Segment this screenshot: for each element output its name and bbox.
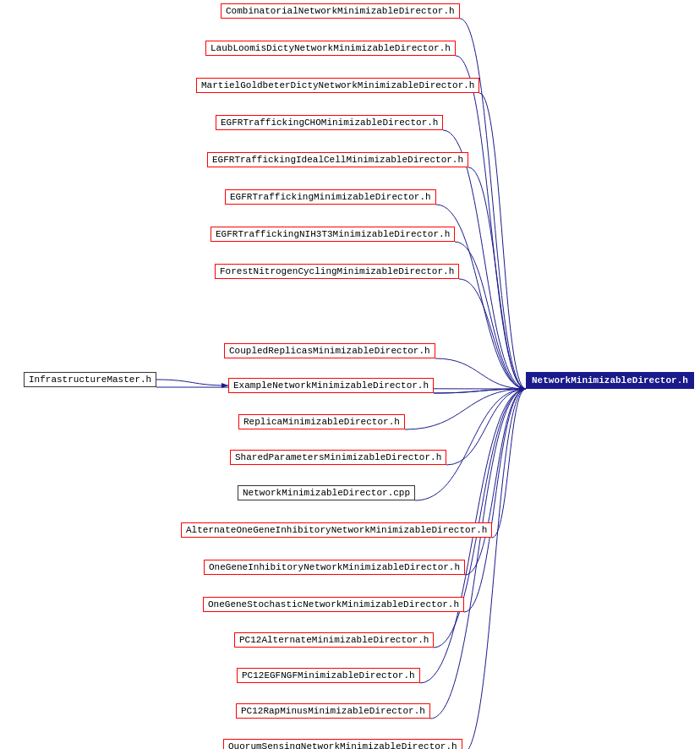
node-EGFRTraffickingNIH3T3: EGFRTraffickingNIH3T3MinimizableDirector… (211, 227, 455, 242)
node-InfrastructureMaster: InfrastructureMaster.h (24, 372, 156, 387)
node-NetworkMinimizableDirector: NetworkMinimizableDirector.h (526, 372, 694, 389)
node-ForestNitrogenCycling: ForestNitrogenCyclingMinimizableDirector… (215, 264, 459, 279)
node-OneGeneStochastic: OneGeneStochasticNetworkMinimizableDirec… (203, 597, 464, 612)
graph-container: CombinatorialNetworkMinimizableDirector.… (0, 0, 700, 749)
node-ExampleNetwork: ExampleNetworkMinimizableDirector.h (228, 378, 434, 393)
node-CombinatorialNetwork: CombinatorialNetworkMinimizableDirector.… (221, 3, 460, 19)
node-PC12Alternate: PC12AlternateMinimizableDirector.h (234, 632, 434, 648)
node-PC12RapMinus: PC12RapMinusMinimizableDirector.h (236, 703, 430, 719)
node-QuorumSensing: QuorumSensingNetworkMinimizableDirector.… (223, 739, 462, 749)
node-ReplicaMinimizable: ReplicaMinimizableDirector.h (238, 414, 405, 429)
node-MartielGoldbeter: MartielGoldbeterDictyNetworkMinimizableD… (196, 78, 479, 93)
node-SharedParameters: SharedParametersMinimizableDirector.h (230, 450, 446, 465)
node-EGFRTraffickingIdealCell: EGFRTraffickingIdealCellMinimizableDirec… (207, 152, 468, 167)
node-LaubLoomis: LaubLoomisDictyNetworkMinimizableDirecto… (205, 41, 456, 56)
node-PC12EGFNGF: PC12EGFNGFMinimizableDirector.h (237, 668, 420, 683)
node-CoupledReplicas: CoupledReplicasMinimizableDirector.h (224, 343, 435, 358)
node-AlternateOneGene: AlternateOneGeneInhibitoryNetworkMinimiz… (181, 522, 492, 538)
node-OneGeneInhibitory: OneGeneInhibitoryNetworkMinimizableDirec… (204, 560, 465, 575)
node-EGFRTraffickingCHO: EGFRTraffickingCHOMinimizableDirector.h (216, 115, 443, 130)
node-EGFRTraffickingMinimizable: EGFRTraffickingMinimizableDirector.h (225, 189, 436, 205)
node-NetworkMinimizableCpp: NetworkMinimizableDirector.cpp (238, 485, 415, 500)
